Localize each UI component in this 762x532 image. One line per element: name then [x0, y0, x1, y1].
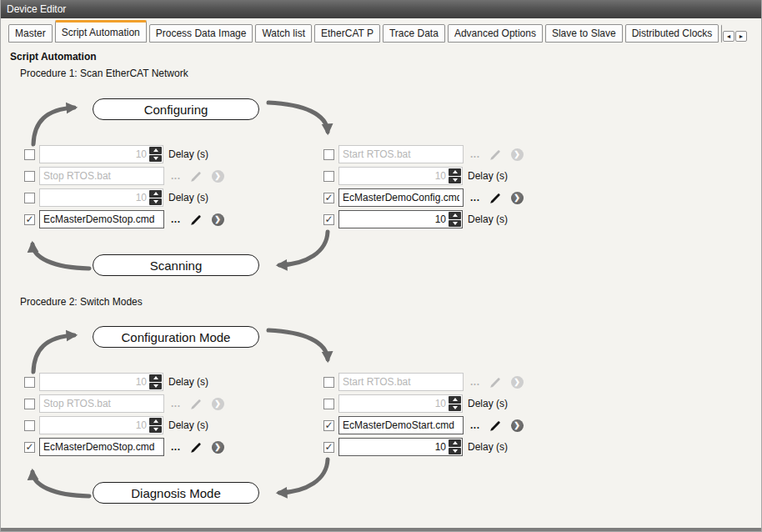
spinner-up-button[interactable] [449, 212, 461, 219]
window-bottom-edge [1, 528, 761, 531]
down-arrow-icon [153, 428, 158, 431]
pencil-icon [489, 376, 501, 389]
script-file-input[interactable] [338, 416, 464, 434]
step-enable-checkbox[interactable] [24, 377, 35, 388]
run-button[interactable]: ❯ [212, 441, 224, 454]
delay-step-row: Delay (s) [24, 187, 258, 208]
pencil-icon [189, 170, 202, 183]
tab-scroll-left-button[interactable]: ◄ [723, 31, 734, 42]
down-arrow-icon [453, 449, 458, 453]
step-enable-checkbox[interactable] [24, 149, 35, 160]
step-enable-checkbox[interactable]: ✓ [24, 214, 35, 225]
delay-value-field [39, 188, 163, 207]
up-arrow-icon [153, 192, 158, 195]
browse-button: ... [470, 148, 480, 160]
edit-pencil-button[interactable] [489, 419, 501, 432]
delay-step-row: ✓ Delay (s) [323, 208, 557, 230]
script-step-row: ... ❯ [323, 143, 557, 165]
run-button: ❯ [511, 376, 524, 389]
spinner-down-button[interactable] [449, 220, 461, 228]
p1-arrow-left-up-to-configuring [33, 108, 74, 144]
step-enable-checkbox[interactable] [323, 171, 334, 182]
tab-distributed-clocks[interactable]: Distributed Clocks [625, 24, 719, 43]
delay-value-input[interactable] [340, 439, 449, 454]
step-enable-checkbox[interactable]: ✓ [323, 442, 334, 453]
spinner-down-button [149, 155, 162, 163]
down-arrow-icon [153, 384, 158, 388]
spinner-down-button [149, 426, 162, 434]
delay-unit-label: Delay (s) [468, 170, 508, 182]
up-arrow-icon [453, 170, 458, 173]
edit-pencil-button[interactable] [189, 441, 202, 454]
edit-pencil-button[interactable] [189, 213, 202, 226]
down-arrow-icon [153, 200, 158, 203]
step-enable-checkbox[interactable]: ✓ [24, 442, 35, 453]
go-arrow-icon: ❯ [214, 215, 221, 223]
spinner-up-button[interactable] [449, 439, 461, 447]
edit-pencil-button[interactable] [489, 192, 501, 204]
edit-pencil-button [489, 148, 501, 161]
browse-button[interactable]: ... [470, 192, 480, 203]
step-enable-checkbox[interactable] [323, 399, 334, 409]
script-file-input[interactable] [338, 188, 464, 207]
step-enable-checkbox[interactable] [24, 399, 35, 409]
tab-trace-data[interactable]: Trace Data [383, 24, 445, 43]
browse-button[interactable]: ... [171, 213, 181, 225]
tab-script-automation[interactable]: Script Automation [55, 20, 147, 43]
run-button[interactable]: ❯ [511, 192, 524, 204]
delay-step-row: Delay (s) [24, 371, 258, 393]
pencil-icon [189, 398, 202, 410]
delay-unit-label: Delay (s) [468, 213, 508, 225]
step-enable-checkbox[interactable] [24, 193, 35, 203]
browse-button: ... [171, 398, 181, 409]
step-enable-checkbox[interactable] [323, 149, 334, 160]
delay-value-field [338, 167, 463, 185]
browse-button[interactable]: ... [470, 419, 480, 431]
tab-tasks-sync-units[interactable]: Tasks + Sync Uni [721, 24, 722, 43]
tab-ethercat-p[interactable]: EtherCAT P [314, 24, 380, 43]
spinner-down-button [449, 404, 461, 412]
p1-arrow-scanning-to-left [33, 244, 89, 269]
delay-value-input[interactable] [340, 212, 449, 227]
step-enable-checkbox[interactable]: ✓ [323, 193, 334, 203]
up-arrow-icon [153, 419, 158, 423]
delay-spinner [149, 190, 162, 205]
p2-arrow-left-up-to-config-mode [33, 335, 74, 372]
tab-process-data-image[interactable]: Process Data Image [149, 24, 253, 43]
run-button: ❯ [212, 398, 224, 410]
browse-button[interactable]: ... [171, 441, 181, 453]
delay-value-field [338, 438, 463, 456]
run-button[interactable]: ❯ [212, 213, 224, 226]
spinner-down-button[interactable] [449, 448, 461, 455]
delay-unit-label: Delay (s) [168, 376, 208, 388]
tab-scroll-right-button[interactable]: ► [735, 31, 747, 42]
go-arrow-icon: ❯ [514, 421, 520, 429]
step-enable-checkbox[interactable]: ✓ [323, 420, 334, 431]
tab-watch-list[interactable]: Watch list [255, 24, 312, 43]
spinner-down-button [149, 383, 162, 390]
titlebar: Device Editor [1, 0, 761, 18]
step-enable-checkbox[interactable]: ✓ [323, 214, 334, 225]
flow-node-configuration-mode: Configuration Mode [93, 326, 259, 348]
pencil-icon [489, 148, 501, 161]
step-enable-checkbox[interactable] [323, 377, 334, 388]
script-file-input [338, 373, 464, 391]
run-button[interactable]: ❯ [511, 419, 524, 432]
script-file-input[interactable] [39, 210, 164, 228]
delay-unit-label: Delay (s) [168, 148, 208, 160]
step-enable-checkbox[interactable] [24, 171, 35, 182]
procedure-2-label: Procedure 2: Switch Modes [20, 296, 143, 308]
p1-arrow-right-down-to-scanning [279, 232, 328, 265]
tab-slave-to-slave[interactable]: Slave to Slave [545, 24, 623, 43]
step-enable-checkbox[interactable] [24, 420, 35, 431]
delay-unit-label: Delay (s) [468, 398, 508, 409]
spinner-up-button [149, 374, 162, 382]
delay-step-row: Delay (s) [24, 414, 258, 436]
down-arrow-icon [453, 178, 458, 182]
p2-arrow-config-mode-to-right [268, 330, 328, 359]
tab-master[interactable]: Master [8, 24, 53, 43]
tab-advanced-options[interactable]: Advanced Options [448, 24, 543, 43]
delay-spinner [449, 396, 461, 411]
procedure-1-left-steps: Delay (s) ... ❯ Delay (s) ✓ ... [24, 143, 258, 230]
script-file-input[interactable] [39, 438, 164, 456]
